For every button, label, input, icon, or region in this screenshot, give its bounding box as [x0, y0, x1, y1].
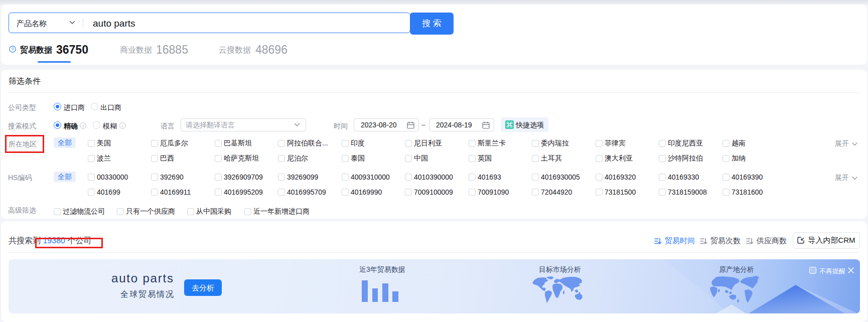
svg-text:?: ? [11, 47, 14, 52]
